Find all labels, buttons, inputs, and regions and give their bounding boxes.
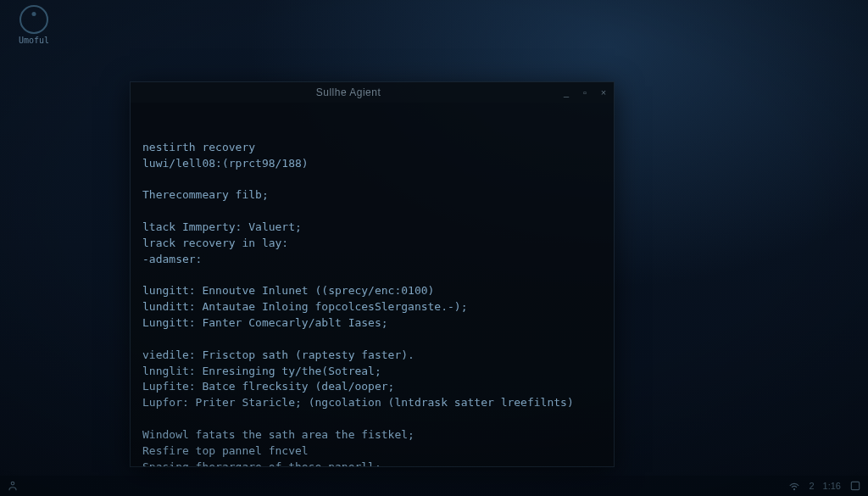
taskbar[interactable]: 2 1:16	[0, 476, 868, 496]
terminal-line	[142, 267, 602, 283]
terminal-window[interactable]: Sullhe Agient _ ▫ × nestirth recoveryluw…	[130, 81, 615, 467]
terminal-line: Lupfite: Batce flrecksity (deal/ooper;	[142, 379, 602, 395]
menu-icon[interactable]	[7, 480, 19, 492]
terminal-titlebar[interactable]: Sullhe Agient _ ▫ ×	[131, 82, 614, 103]
terminal-line: Resfire top pannel fncvel	[142, 443, 602, 460]
terminal-output: nestirth recoveryluwi/lell08:(rprct98/18…	[142, 140, 602, 466]
desktop-icon[interactable]: Umoful	[8, 5, 59, 45]
terminal-line: Lungitt: Fanter Comecarly/ablt Iases;	[142, 315, 602, 332]
terminal-line: lrack recovery in lay:	[142, 236, 602, 252]
close-button[interactable]: ×	[598, 88, 609, 98]
terminal-body[interactable]: nestirth recoveryluwi/lell08:(rprct98/18…	[131, 103, 614, 466]
terminal-line	[142, 411, 602, 427]
terminal-line: Lupfor: Priter Staricle; (ngcolation (ln…	[142, 395, 602, 411]
status-text: 2	[809, 481, 814, 491]
terminal-line	[142, 171, 602, 187]
terminal-line: lungitt: Ennoutve Inlunet ((sprecy/enc:0…	[142, 283, 602, 299]
terminal-line: viedile: Frisctop sath (raptesty faster)…	[142, 348, 602, 364]
maximize-button[interactable]: ▫	[580, 88, 590, 98]
terminal-line: Windowl fatats the sath area the fistkel…	[142, 427, 602, 443]
terminal-line: -adamser:	[142, 252, 602, 268]
terminal-line: lunditt: Antautae Inloing fopcolcesSlerg…	[142, 299, 602, 315]
svg-point-0	[11, 482, 14, 485]
terminal-line	[142, 332, 602, 348]
terminal-line: Therecommeary filb;	[142, 187, 602, 203]
svg-rect-2	[851, 482, 859, 489]
desktop-icon-label: Umoful	[8, 36, 59, 45]
minimize-button[interactable]: _	[561, 88, 571, 98]
tray-box-icon[interactable]	[849, 480, 861, 492]
app-launcher-icon	[19, 5, 48, 34]
terminal-title: Sullhe Agient	[136, 86, 561, 98]
terminal-line	[142, 203, 602, 220]
network-icon[interactable]	[788, 480, 800, 492]
svg-point-1	[794, 489, 795, 490]
terminal-line: ltack Immperty: Valuert;	[142, 220, 602, 236]
window-controls: _ ▫ ×	[561, 88, 609, 98]
clock[interactable]: 1:16	[823, 481, 841, 491]
terminal-line: Spasing fherargare of these panerll;	[142, 460, 602, 466]
terminal-line: nestirth recovery	[142, 140, 602, 156]
terminal-line: lnnglit: Enresinging ty/the(Sotreal;	[142, 364, 602, 380]
terminal-line: luwi/lell08:(rprct98/188)	[142, 156, 602, 172]
